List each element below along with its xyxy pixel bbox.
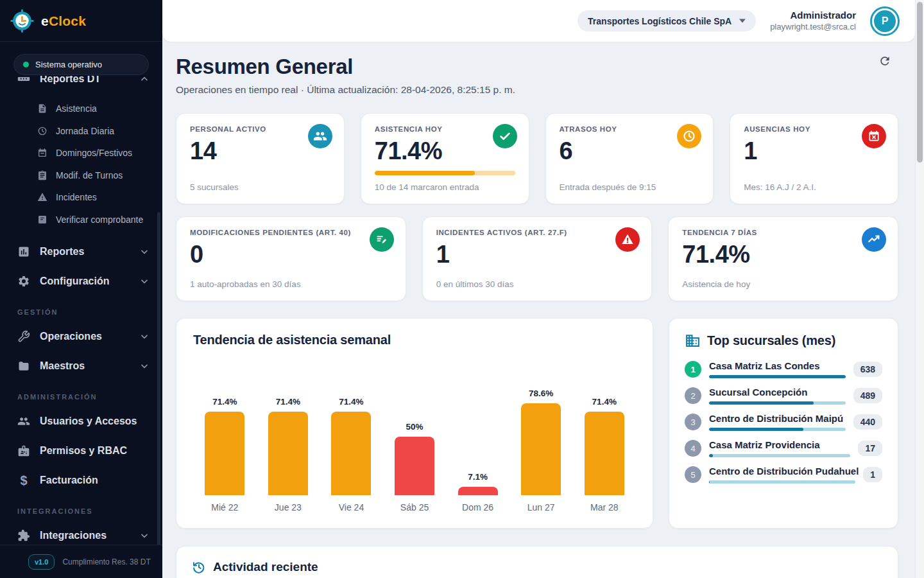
chart-bar: [458, 487, 498, 495]
sidebar-item-label: Operaciones: [40, 331, 102, 342]
trend-up-icon: [862, 227, 886, 252]
main-area: Transportes Logísticos Chile SpA Adminis…: [162, 0, 924, 578]
kpi-card-personal-activo: PERSONAL ACTIVO 14 5 sucursales: [176, 113, 345, 204]
compliance-text: Cumplimiento Res. 38 DT: [62, 557, 150, 566]
branch-rank-badge: 2: [685, 387, 701, 404]
sidebar-item-domingos-festivos[interactable]: Domingos/Festivos: [0, 142, 162, 164]
chevron-down-icon: [139, 530, 150, 541]
branch-value-chip: 440: [853, 414, 882, 430]
chevron-down-icon: [139, 276, 150, 286]
branch-bar-fill: [709, 401, 814, 405]
chart-bar-value-label: 78.6%: [529, 389, 553, 398]
sidebar-item-label: Integraciones: [40, 530, 107, 541]
kpi-title: TENDENCIA 7 DÍAS: [682, 229, 884, 236]
caret-down-icon: [739, 19, 746, 23]
chart-title: Tendencia de asistencia semanal: [193, 333, 636, 347]
kpi-card-ausencias-hoy: AUSENCIAS HOY 1 Mes: 16 A.J / 2 A.I.: [730, 113, 898, 204]
kpi-subtext: Asistencia de hoy: [682, 279, 884, 289]
users-icon: [17, 414, 31, 428]
sidebar-item-label: Reportes DT: [40, 76, 101, 85]
sidebar-item-facturacion[interactable]: $ Facturación: [0, 466, 162, 495]
dollar-icon: $: [17, 473, 31, 487]
chart-bar-group: 71.4%: [257, 397, 320, 495]
branch-name: Casa Matriz Providencia: [709, 439, 850, 450]
chart-bar: [268, 412, 308, 495]
branch-bar-track: [709, 454, 850, 457]
clock-icon: [677, 124, 701, 148]
activity-title: Actividad reciente: [213, 560, 318, 574]
clock-icon: [37, 125, 47, 136]
branch-row: 2Sucursal Concepción489: [685, 387, 882, 405]
kpi-card-asistencia-hoy: ASISTENCIA HOY 71.4% 10 de 14 marcaron e…: [361, 113, 529, 204]
sidebar-scrollbar-thumb[interactable]: [157, 212, 160, 546]
sidebar-footer: v1.0 Cumplimiento Res. 38 DT: [0, 545, 162, 578]
sidebar-item-label: Facturación: [40, 475, 98, 486]
brand-name: eClock: [41, 13, 86, 29]
sidebar-item-configuracion[interactable]: Configuración: [0, 267, 162, 296]
sidebar-item-usuarios-accesos[interactable]: Usuarios y Accesos: [0, 407, 162, 436]
sidebar-item-asistencia[interactable]: Asistencia: [0, 98, 162, 120]
calendar-x-icon: [862, 124, 886, 148]
sidebar-item-reportes[interactable]: Reportes: [0, 237, 162, 267]
branch-name: Centro de Distribución Pudahuel: [709, 466, 855, 477]
recent-activity-card: Actividad reciente: [176, 546, 898, 578]
chart-x-axis: Mié 22Jue 23Vie 24Sáb 25Dom 26Lun 27Mar …: [193, 502, 636, 512]
kpi-card-tendencia-7-dias: TENDENCIA 7 DÍAS 71.4% Asistencia de hoy: [668, 216, 898, 301]
branch-rank-badge: 5: [685, 466, 701, 483]
sidebar: eClock Sistema operativo Reportes DT Asi…: [0, 0, 162, 578]
user-role: Administrador: [770, 10, 856, 22]
section-label-integraciones: INTEGRACIONES: [0, 495, 162, 521]
chart-bar-group: 71.4%: [572, 397, 636, 495]
chart-bar: [585, 412, 624, 495]
kpi-subtext: 0 en últimos 30 días: [436, 279, 638, 289]
branch-value-chip: 638: [853, 362, 882, 377]
bar-chart-icon: [17, 245, 31, 259]
chart-bar-group: 50%: [383, 422, 447, 495]
sidebar-item-reportes-dt[interactable]: Reportes DT: [0, 76, 162, 90]
gear-icon: [17, 274, 31, 288]
sidebar-item-label: Usuarios y Accesos: [40, 416, 137, 427]
sidebar-item-maestros[interactable]: Maestros: [0, 351, 162, 381]
sidebar-item-integraciones[interactable]: Integraciones: [0, 521, 162, 545]
page-subtitle: Operaciones en tiempo real · Última actu…: [176, 84, 898, 96]
charts-row: Tendencia de asistencia semanal 71.4%71.…: [176, 318, 898, 529]
chart-bar: [521, 403, 561, 495]
chevron-up-icon: [139, 76, 150, 84]
sidebar-item-operaciones[interactable]: Operaciones: [0, 322, 162, 351]
sidebar-item-verificar-comprobante[interactable]: Verificar comprobante: [0, 209, 162, 231]
main-scrollbar[interactable]: [915, 0, 924, 578]
branch-bar-track: [709, 401, 846, 405]
kpi-subtext: 10 de 14 marcaron entrada: [375, 182, 515, 192]
sidebar-item-permisos-rbac[interactable]: Permisos y RBAC: [0, 436, 162, 466]
company-selector[interactable]: Transportes Logísticos Chile SpA: [578, 10, 756, 31]
sidebar-item-incidentes[interactable]: Incidentes: [0, 186, 162, 209]
chart-bar: [331, 412, 371, 495]
sidebar-nav: Reportes DT Asistencia Jornada Diaria Do…: [0, 76, 162, 545]
weekly-attendance-card: Tendencia de asistencia semanal 71.4%71.…: [176, 318, 653, 529]
sidebar-item-label: Maestros: [40, 360, 85, 372]
dashboard-content: Resumen General Operaciones en tiempo re…: [162, 42, 915, 578]
sidebar-item-label: Modif. de Turnos: [56, 170, 123, 180]
kpi-subtext: Mes: 16 A.J / 2 A.I.: [744, 182, 884, 192]
kpi-card-incidentes-activos: INCIDENTES ACTIVOS (ART. 27.F) 1 0 en úl…: [422, 216, 653, 301]
chart-x-label: Vie 24: [320, 502, 383, 512]
chart-bar-value-label: 71.4%: [592, 397, 617, 407]
sidebar-item-modif-turnos[interactable]: Modif. de Turnos: [0, 164, 162, 187]
ruler-icon: [17, 76, 31, 86]
document-check-icon: [37, 214, 47, 225]
kpi-title: INCIDENTES ACTIVOS (ART. 27.F): [436, 229, 638, 236]
eclock-logo-icon: [10, 9, 34, 33]
branch-bar-fill: [709, 454, 713, 457]
calendar-icon: [37, 148, 47, 159]
chart-bar: [205, 412, 244, 495]
top-branches-card: Top sucursales (mes) 1Casa Matriz Las Co…: [669, 318, 898, 529]
sidebar-item-label: Verificar comprobante: [56, 215, 143, 225]
branch-rank-badge: 1: [685, 361, 701, 378]
avatar[interactable]: P: [870, 6, 900, 36]
main-scrollbar-thumb[interactable]: [917, 2, 923, 162]
sidebar-item-jornada-diaria[interactable]: Jornada Diaria: [0, 120, 162, 143]
branch-value-chip: 17: [858, 441, 882, 456]
weekly-attendance-chart: 71.4%71.4%71.4%50%7.1%78.6%71.4%: [193, 354, 636, 495]
refresh-button[interactable]: [877, 53, 893, 69]
chart-x-label: Jue 23: [257, 502, 320, 512]
